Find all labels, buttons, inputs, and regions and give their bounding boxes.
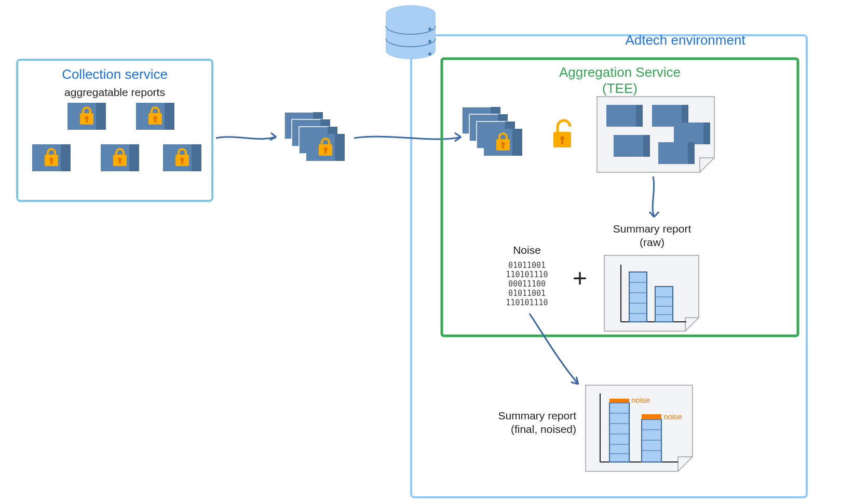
svg-rect-14	[335, 134, 345, 161]
middle-stack	[284, 112, 352, 169]
tee-stack	[462, 107, 535, 164]
noise-tag-1: noise	[631, 396, 650, 404]
svg-rect-36	[688, 142, 695, 164]
tee-title-l2: (TEE)	[602, 80, 638, 96]
summary-final-label: Summary report (final, noised)	[467, 409, 576, 437]
summary-final-l2: (final, noised)	[511, 423, 576, 435]
database-icon	[383, 2, 438, 63]
svg-point-4	[428, 52, 431, 56]
summary-raw-l1: Summary report	[613, 223, 691, 235]
svg-rect-44	[655, 287, 673, 322]
tee-title-l1: Aggregation Service	[559, 64, 681, 80]
svg-rect-23	[502, 144, 504, 148]
noise-tag-2: noise	[663, 412, 682, 421]
noise-title: Noise	[493, 244, 561, 256]
svg-point-2	[428, 28, 431, 31]
svg-rect-34	[703, 123, 710, 144]
svg-rect-56	[609, 399, 629, 403]
arrow-1	[214, 127, 281, 147]
summary-raw-l2: (raw)	[640, 236, 664, 248]
svg-rect-20	[512, 129, 522, 156]
svg-rect-28	[636, 105, 643, 127]
svg-rect-61	[642, 414, 661, 419]
open-lock-icon	[550, 117, 578, 152]
svg-rect-57	[642, 419, 661, 462]
arrow-3	[644, 174, 664, 221]
arrow-4	[524, 311, 587, 389]
svg-rect-17	[324, 149, 327, 154]
svg-point-3	[428, 40, 431, 43]
summary-final-l1: Summary report	[498, 410, 576, 422]
svg-rect-26	[561, 139, 563, 144]
svg-rect-50	[609, 403, 629, 462]
summary-raw-doc	[603, 254, 700, 332]
collection-reports	[27, 103, 209, 191]
noise-binary: 0101100111010111000011100010110011101011…	[493, 261, 561, 307]
svg-rect-32	[643, 135, 650, 157]
summary-raw-label: Summary report (raw)	[592, 222, 712, 250]
svg-rect-39	[629, 272, 647, 322]
agg-reports-label: aggregatable reports	[16, 86, 214, 99]
plus-icon: +	[567, 264, 593, 292]
tee-title: Aggregation Service (TEE)	[440, 64, 799, 97]
collection-title: Collection service	[16, 66, 214, 83]
decoded-doc	[596, 96, 715, 173]
adtech-title: Adtech environment	[571, 32, 799, 48]
